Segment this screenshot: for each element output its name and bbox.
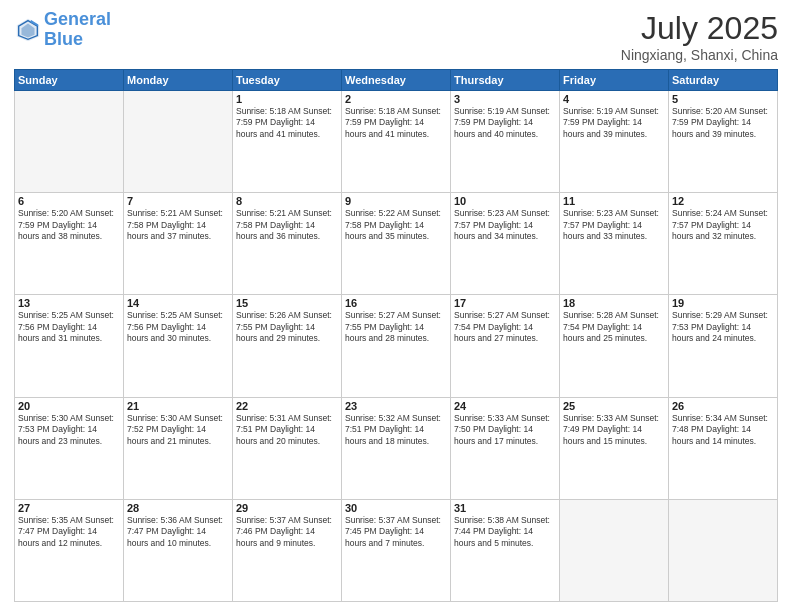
calendar-cell: 14Sunrise: 5:25 AM Sunset: 7:56 PM Dayli…: [124, 295, 233, 397]
day-number: 28: [127, 502, 229, 514]
cell-info: Sunrise: 5:22 AM Sunset: 7:58 PM Dayligh…: [345, 208, 447, 242]
calendar-header-friday: Friday: [560, 70, 669, 91]
title-block: July 2025 Ningxiang, Shanxi, China: [621, 10, 778, 63]
day-number: 30: [345, 502, 447, 514]
calendar-cell: 7Sunrise: 5:21 AM Sunset: 7:58 PM Daylig…: [124, 193, 233, 295]
day-number: 14: [127, 297, 229, 309]
calendar-cell: 3Sunrise: 5:19 AM Sunset: 7:59 PM Daylig…: [451, 91, 560, 193]
day-number: 1: [236, 93, 338, 105]
calendar-cell: 1Sunrise: 5:18 AM Sunset: 7:59 PM Daylig…: [233, 91, 342, 193]
cell-info: Sunrise: 5:25 AM Sunset: 7:56 PM Dayligh…: [18, 310, 120, 344]
main-title: July 2025: [621, 10, 778, 47]
cell-info: Sunrise: 5:27 AM Sunset: 7:55 PM Dayligh…: [345, 310, 447, 344]
day-number: 27: [18, 502, 120, 514]
calendar-header-saturday: Saturday: [669, 70, 778, 91]
calendar-table: SundayMondayTuesdayWednesdayThursdayFrid…: [14, 69, 778, 602]
calendar-cell: 25Sunrise: 5:33 AM Sunset: 7:49 PM Dayli…: [560, 397, 669, 499]
cell-info: Sunrise: 5:38 AM Sunset: 7:44 PM Dayligh…: [454, 515, 556, 549]
day-number: 23: [345, 400, 447, 412]
day-number: 29: [236, 502, 338, 514]
calendar-cell: 19Sunrise: 5:29 AM Sunset: 7:53 PM Dayli…: [669, 295, 778, 397]
logo-blue: Blue: [44, 29, 83, 49]
cell-info: Sunrise: 5:18 AM Sunset: 7:59 PM Dayligh…: [345, 106, 447, 140]
cell-info: Sunrise: 5:24 AM Sunset: 7:57 PM Dayligh…: [672, 208, 774, 242]
calendar-cell: 6Sunrise: 5:20 AM Sunset: 7:59 PM Daylig…: [15, 193, 124, 295]
calendar-header-thursday: Thursday: [451, 70, 560, 91]
day-number: 12: [672, 195, 774, 207]
cell-info: Sunrise: 5:19 AM Sunset: 7:59 PM Dayligh…: [563, 106, 665, 140]
calendar-cell: 17Sunrise: 5:27 AM Sunset: 7:54 PM Dayli…: [451, 295, 560, 397]
calendar-cell: 18Sunrise: 5:28 AM Sunset: 7:54 PM Dayli…: [560, 295, 669, 397]
day-number: 2: [345, 93, 447, 105]
calendar-week-3: 20Sunrise: 5:30 AM Sunset: 7:53 PM Dayli…: [15, 397, 778, 499]
cell-info: Sunrise: 5:19 AM Sunset: 7:59 PM Dayligh…: [454, 106, 556, 140]
cell-info: Sunrise: 5:32 AM Sunset: 7:51 PM Dayligh…: [345, 413, 447, 447]
day-number: 10: [454, 195, 556, 207]
cell-info: Sunrise: 5:18 AM Sunset: 7:59 PM Dayligh…: [236, 106, 338, 140]
calendar-cell: 21Sunrise: 5:30 AM Sunset: 7:52 PM Dayli…: [124, 397, 233, 499]
cell-info: Sunrise: 5:30 AM Sunset: 7:53 PM Dayligh…: [18, 413, 120, 447]
calendar-cell: 26Sunrise: 5:34 AM Sunset: 7:48 PM Dayli…: [669, 397, 778, 499]
cell-info: Sunrise: 5:34 AM Sunset: 7:48 PM Dayligh…: [672, 413, 774, 447]
calendar-cell: 23Sunrise: 5:32 AM Sunset: 7:51 PM Dayli…: [342, 397, 451, 499]
logo-text: General Blue: [44, 10, 111, 50]
day-number: 17: [454, 297, 556, 309]
calendar-header-monday: Monday: [124, 70, 233, 91]
day-number: 20: [18, 400, 120, 412]
calendar-cell: 9Sunrise: 5:22 AM Sunset: 7:58 PM Daylig…: [342, 193, 451, 295]
subtitle: Ningxiang, Shanxi, China: [621, 47, 778, 63]
calendar-cell: 16Sunrise: 5:27 AM Sunset: 7:55 PM Dayli…: [342, 295, 451, 397]
calendar-cell: 20Sunrise: 5:30 AM Sunset: 7:53 PM Dayli…: [15, 397, 124, 499]
cell-info: Sunrise: 5:35 AM Sunset: 7:47 PM Dayligh…: [18, 515, 120, 549]
cell-info: Sunrise: 5:30 AM Sunset: 7:52 PM Dayligh…: [127, 413, 229, 447]
cell-info: Sunrise: 5:37 AM Sunset: 7:46 PM Dayligh…: [236, 515, 338, 549]
day-number: 8: [236, 195, 338, 207]
day-number: 3: [454, 93, 556, 105]
calendar-week-2: 13Sunrise: 5:25 AM Sunset: 7:56 PM Dayli…: [15, 295, 778, 397]
day-number: 7: [127, 195, 229, 207]
calendar-cell: 11Sunrise: 5:23 AM Sunset: 7:57 PM Dayli…: [560, 193, 669, 295]
calendar-body: 1Sunrise: 5:18 AM Sunset: 7:59 PM Daylig…: [15, 91, 778, 602]
cell-info: Sunrise: 5:20 AM Sunset: 7:59 PM Dayligh…: [18, 208, 120, 242]
calendar-header-sunday: Sunday: [15, 70, 124, 91]
calendar-cell: [15, 91, 124, 193]
cell-info: Sunrise: 5:33 AM Sunset: 7:49 PM Dayligh…: [563, 413, 665, 447]
cell-info: Sunrise: 5:21 AM Sunset: 7:58 PM Dayligh…: [236, 208, 338, 242]
cell-info: Sunrise: 5:27 AM Sunset: 7:54 PM Dayligh…: [454, 310, 556, 344]
calendar-cell: 27Sunrise: 5:35 AM Sunset: 7:47 PM Dayli…: [15, 499, 124, 601]
cell-info: Sunrise: 5:31 AM Sunset: 7:51 PM Dayligh…: [236, 413, 338, 447]
cell-info: Sunrise: 5:23 AM Sunset: 7:57 PM Dayligh…: [454, 208, 556, 242]
cell-info: Sunrise: 5:23 AM Sunset: 7:57 PM Dayligh…: [563, 208, 665, 242]
calendar-cell: 12Sunrise: 5:24 AM Sunset: 7:57 PM Dayli…: [669, 193, 778, 295]
day-number: 31: [454, 502, 556, 514]
calendar-cell: 15Sunrise: 5:26 AM Sunset: 7:55 PM Dayli…: [233, 295, 342, 397]
day-number: 22: [236, 400, 338, 412]
calendar-week-1: 6Sunrise: 5:20 AM Sunset: 7:59 PM Daylig…: [15, 193, 778, 295]
day-number: 11: [563, 195, 665, 207]
calendar-header-wednesday: Wednesday: [342, 70, 451, 91]
calendar-cell: 8Sunrise: 5:21 AM Sunset: 7:58 PM Daylig…: [233, 193, 342, 295]
day-number: 18: [563, 297, 665, 309]
calendar-cell: [124, 91, 233, 193]
calendar-cell: 5Sunrise: 5:20 AM Sunset: 7:59 PM Daylig…: [669, 91, 778, 193]
logo-general: General: [44, 9, 111, 29]
calendar-cell: [669, 499, 778, 601]
day-number: 19: [672, 297, 774, 309]
calendar-cell: 24Sunrise: 5:33 AM Sunset: 7:50 PM Dayli…: [451, 397, 560, 499]
calendar-cell: 29Sunrise: 5:37 AM Sunset: 7:46 PM Dayli…: [233, 499, 342, 601]
day-number: 5: [672, 93, 774, 105]
cell-info: Sunrise: 5:36 AM Sunset: 7:47 PM Dayligh…: [127, 515, 229, 549]
day-number: 21: [127, 400, 229, 412]
day-number: 9: [345, 195, 447, 207]
day-number: 16: [345, 297, 447, 309]
calendar-cell: 30Sunrise: 5:37 AM Sunset: 7:45 PM Dayli…: [342, 499, 451, 601]
cell-info: Sunrise: 5:20 AM Sunset: 7:59 PM Dayligh…: [672, 106, 774, 140]
logo: General Blue: [14, 10, 111, 50]
calendar-header-row: SundayMondayTuesdayWednesdayThursdayFrid…: [15, 70, 778, 91]
day-number: 25: [563, 400, 665, 412]
calendar-cell: 22Sunrise: 5:31 AM Sunset: 7:51 PM Dayli…: [233, 397, 342, 499]
calendar-cell: 28Sunrise: 5:36 AM Sunset: 7:47 PM Dayli…: [124, 499, 233, 601]
day-number: 13: [18, 297, 120, 309]
calendar-cell: 4Sunrise: 5:19 AM Sunset: 7:59 PM Daylig…: [560, 91, 669, 193]
day-number: 4: [563, 93, 665, 105]
